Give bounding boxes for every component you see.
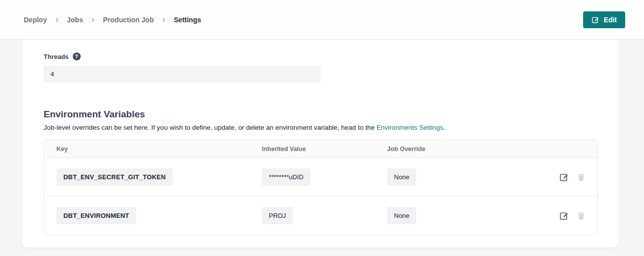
threads-input[interactable]	[44, 65, 321, 83]
chevron-right-icon: ›	[55, 14, 58, 24]
environment-variables-title: Environment Variables	[44, 109, 597, 120]
table-row: DBT_ENV_SECRET_GIT_TOKEN ********uDID No…	[44, 157, 597, 196]
env-var-key-badge: DBT_ENVIRONMENT	[56, 207, 136, 224]
threads-label: Threads	[44, 53, 69, 60]
job-override-badge: None	[387, 168, 416, 186]
environment-variables-description: Job-level overrides can be set here. If …	[44, 124, 597, 131]
breadcrumb: Deploy › Jobs › Production Job › Setting…	[24, 15, 201, 24]
column-header-key: Key	[44, 146, 262, 153]
table-row: DBT_ENVIRONMENT PROJ None	[44, 196, 597, 235]
description-period: .	[444, 124, 446, 131]
pencil-square-icon	[559, 211, 569, 220]
breadcrumb-item-production-job[interactable]: Production Job	[103, 16, 154, 24]
column-header-inherited-value: Inherited Value	[262, 146, 387, 153]
edit-button-label: Edit	[604, 16, 617, 24]
environments-settings-link[interactable]: Environments Settings	[376, 124, 443, 131]
trash-icon	[577, 173, 586, 182]
pencil-square-icon	[559, 172, 569, 182]
chevron-right-icon: ›	[92, 14, 95, 24]
job-override-badge: None	[387, 207, 416, 224]
chevron-right-icon: ›	[162, 14, 165, 24]
inherited-value-badge: ********uDID	[262, 168, 310, 186]
question-circle-icon[interactable]: ?	[73, 52, 81, 60]
breadcrumb-item-settings: Settings	[174, 16, 201, 24]
pencil-square-icon	[592, 16, 599, 24]
edit-row-button[interactable]	[559, 172, 569, 182]
delete-row-button[interactable]	[577, 173, 586, 182]
top-bar: Deploy › Jobs › Production Job › Setting…	[0, 0, 644, 40]
trash-icon	[577, 211, 586, 220]
env-var-key-badge: DBT_ENV_SECRET_GIT_TOKEN	[56, 168, 173, 186]
description-text: Job-level overrides can be set here. If …	[44, 124, 376, 131]
environment-variables-table: Key Inherited Value Job Override DBT_ENV…	[44, 140, 598, 235]
inherited-value-badge: PROJ	[262, 207, 293, 224]
breadcrumb-item-jobs[interactable]: Jobs	[67, 16, 83, 24]
column-header-job-override: Job Override	[387, 146, 538, 153]
settings-panel: Threads ? Environment Variables Job-leve…	[22, 40, 619, 248]
table-header-row: Key Inherited Value Job Override	[44, 140, 597, 157]
edit-button[interactable]: Edit	[583, 11, 625, 28]
edit-row-button[interactable]	[559, 211, 569, 220]
breadcrumb-item-deploy[interactable]: Deploy	[24, 16, 47, 24]
delete-row-button[interactable]	[577, 211, 586, 220]
threads-field-label-row: Threads ?	[44, 52, 597, 60]
